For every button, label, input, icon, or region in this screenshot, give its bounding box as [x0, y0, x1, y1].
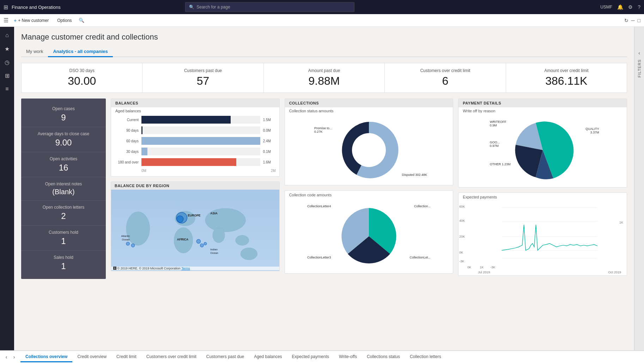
label-letter-other-top: Collection...: [414, 204, 431, 208]
bottom-tab-credit-overview[interactable]: Credit overview: [72, 352, 111, 362]
line-chart-wrap: 60K 40K 20K 0K -3K 0K 1K -3K Jul 2019 Oc…: [458, 201, 627, 275]
action-bar: ☰ + + New customer Options 🔍 ↻ ─ □: [0, 14, 644, 27]
line-chart-svg: [471, 204, 627, 262]
label-writeoff: WRITEOFF: [490, 120, 506, 124]
collection-code-panel: Collection code amounts CollectionLetter…: [285, 190, 454, 274]
filter-label[interactable]: FILTERS: [637, 56, 642, 81]
balances-header: BALANCES: [111, 99, 279, 107]
write-off-label: Write off by reason: [458, 107, 627, 113]
label-quality: QUALITY: [585, 127, 599, 131]
kpi-label-0: DSO 30 days: [29, 68, 135, 73]
refresh-icon[interactable]: ↻: [624, 18, 628, 23]
label-promise: Promise to...: [314, 126, 332, 130]
stat-item-3: Open interest notes (Blank): [21, 177, 106, 201]
kpi-value-4: 386.11K: [513, 75, 620, 88]
collections-column: COLLECTIONS Collection status amounts: [285, 99, 454, 279]
tab-my-work[interactable]: My work: [21, 47, 48, 57]
svg-point-11: [204, 242, 207, 245]
collections-panel: COLLECTIONS Collection status amounts: [285, 99, 454, 185]
bar-label-90: 90 days: [115, 129, 139, 132]
svg-text:ASIA: ASIA: [210, 212, 218, 215]
kpi-item-0: DSO 30 days 30.00: [22, 63, 142, 93]
svg-text:Ocean: Ocean: [210, 251, 218, 255]
bottom-tab-write-offs[interactable]: Write-offs: [334, 352, 362, 362]
minimize-icon[interactable]: ─: [631, 18, 635, 23]
terms-link[interactable]: Terms: [181, 267, 190, 270]
plus-icon: +: [14, 18, 17, 23]
payment-panel: PAYMENT DETAILS Write off by reason: [458, 99, 627, 188]
label-goo-val: 0.97M: [490, 144, 499, 148]
x-label-oct: Oct 2019: [608, 270, 621, 274]
bing-icon: 🅱: [113, 267, 116, 270]
aged-balances-label: Aged balances: [111, 107, 279, 113]
label-goo: GOO...: [490, 141, 500, 144]
sidebar-star-icon[interactable]: ★: [1, 43, 13, 54]
stat-label-3: Open interest notes: [28, 182, 99, 186]
sidebar-home-icon[interactable]: ⌂: [1, 30, 13, 41]
collection-code-wrap: CollectionLetter4 CollectionLetter3 Coll…: [285, 199, 453, 273]
bar-track-30: [141, 148, 260, 155]
bottom-tab-expected-payments[interactable]: Expected payments: [287, 352, 334, 362]
bottom-tab-collections-status[interactable]: Collections status: [362, 352, 405, 362]
kpi-value-3: 6: [392, 75, 498, 88]
stat-value-6: 1: [28, 261, 99, 271]
label-writeoff-val: 0.9M: [490, 124, 497, 127]
map-svg: EUROPE AFRICA ASIA Atlantic Ocean Indian…: [111, 190, 279, 271]
bottom-tab-customers-past-due[interactable]: Customers past due: [201, 352, 249, 362]
donut-container: Promise to... 0.27K Disputed 302.48K: [335, 117, 402, 184]
bar-track-60: [141, 137, 260, 145]
svg-point-6: [241, 248, 257, 260]
bar-row-30: 30 days 0.1M: [115, 148, 276, 155]
search-bar[interactable]: 🔍 Search for a page: [185, 2, 354, 12]
new-customer-label: + New customer: [18, 18, 49, 23]
kpi-item-3: Customers over credit limit 6: [385, 63, 506, 93]
payment-header: PAYMENT DETAILS: [458, 99, 627, 107]
label-other: OTHER 1.23M: [490, 162, 511, 166]
bar-row-60: 60 days 2.4M: [115, 137, 276, 145]
sidebar-workspace-icon[interactable]: ⊞: [1, 70, 13, 81]
action-search-icon[interactable]: 🔍: [77, 16, 86, 25]
hamburger-icon[interactable]: ☰: [4, 17, 8, 24]
bar-fill-30: [141, 148, 147, 155]
svg-point-10: [200, 244, 204, 247]
svg-text:EUROPE: EUROPE: [188, 214, 201, 217]
stat-value-2: 16: [28, 163, 99, 173]
y-label-40k: 40K: [459, 219, 465, 222]
write-off-wrap: WRITEOFF 0.9M GOO... 0.97M OTHER 1.23M Q…: [458, 113, 627, 187]
bottom-tab-collection-letters[interactable]: Collection letters: [405, 352, 446, 362]
bottom-tab-customers-over-credit[interactable]: Customers over credit limit: [141, 352, 201, 362]
y-label-20k: 20K: [459, 235, 465, 238]
write-off-pie: WRITEOFF 0.9M GOO... 0.97M OTHER 1.23M Q…: [509, 117, 576, 184]
tab-analytics[interactable]: Analytics - all companies: [48, 47, 113, 57]
y-label-0k: 0K: [459, 251, 463, 254]
settings-icon[interactable]: ⚙: [628, 4, 633, 10]
stat-item-5: Customers hold 1: [21, 226, 106, 251]
options-label: Options: [57, 18, 72, 23]
svg-point-4: [213, 228, 225, 243]
donut-hole: [352, 133, 386, 167]
bar-row-90: 90 days 0.0M: [115, 126, 276, 134]
options-button[interactable]: Options: [54, 17, 75, 24]
y-label-60k: 60K: [459, 205, 465, 208]
sidebar-list-icon[interactable]: ≡: [1, 83, 13, 95]
bar-chart: Current 1.5M 90 days: [111, 113, 279, 176]
bar-val-90: 0.0M: [263, 129, 276, 132]
notification-icon[interactable]: 🔔: [617, 4, 623, 10]
new-customer-button[interactable]: + + New customer: [11, 16, 52, 25]
filter-expand-icon[interactable]: ‹: [638, 50, 640, 56]
balances-panel: BALANCES Aged balances Current 1.5M: [111, 99, 280, 177]
help-icon[interactable]: ?: [638, 4, 640, 10]
bottom-tab-aged-balances[interactable]: Aged balances: [249, 352, 287, 362]
sidebar-recent-icon[interactable]: ◷: [1, 56, 13, 68]
bottom-tab-collections-overview[interactable]: Collections overview: [20, 352, 72, 362]
stat-item-1: Average days to close case 9.00: [21, 127, 106, 152]
bar-track-180: [141, 158, 260, 166]
tab-scroll-left[interactable]: ‹: [3, 353, 10, 361]
main-layout: ⌂ ★ ◷ ⊞ ≡ Manage customer credit and col…: [0, 27, 644, 363]
bottom-tab-credit-limit[interactable]: Credit limit: [111, 352, 141, 362]
bar-val-60: 2.4M: [263, 139, 276, 143]
tab-scroll-right[interactable]: ›: [11, 353, 18, 361]
app-grid-icon[interactable]: ⊞: [4, 4, 8, 11]
maximize-icon[interactable]: □: [638, 18, 640, 23]
bar-label-30: 30 days: [115, 150, 139, 154]
